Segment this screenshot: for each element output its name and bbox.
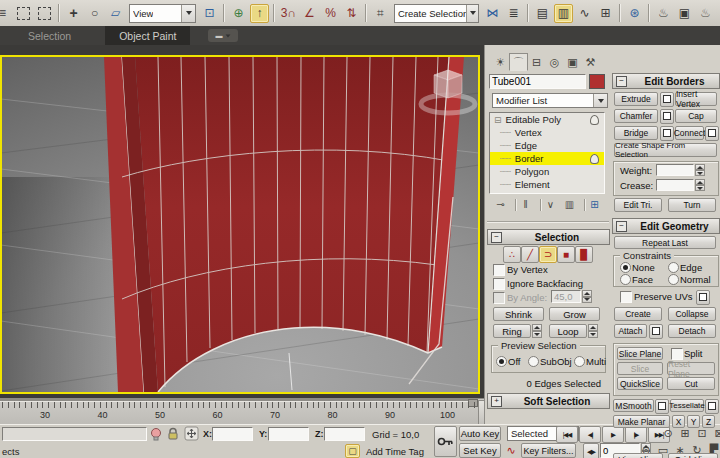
planar-x-button[interactable]: X <box>672 415 685 428</box>
lightbulb-icon[interactable] <box>150 427 162 441</box>
default-in-out-tangents-icon[interactable]: ∿ <box>504 443 518 458</box>
chamfer-settings-button[interactable] <box>660 109 674 124</box>
modifier-list-dropdown[interactable]: Modifier List <box>492 93 608 108</box>
by-vertex-checkbox[interactable] <box>493 264 505 276</box>
attach-button[interactable]: Attach <box>614 324 647 338</box>
timeline-ruler[interactable]: 30405060708090100 <box>0 398 484 425</box>
window-crossing-icon[interactable] <box>35 4 54 23</box>
msmooth-settings-button[interactable] <box>655 399 669 414</box>
zoom-all-icon[interactable]: ⊞ <box>677 426 693 441</box>
chamfer-button[interactable]: Chamfer <box>614 109 658 123</box>
material-editor-icon[interactable]: ♨ <box>654 4 673 23</box>
rendered-frame-window-icon[interactable]: ▣ <box>675 4 694 23</box>
key-filters-button[interactable]: Key Filters... <box>521 443 576 458</box>
render-production-icon[interactable]: ♨ <box>696 4 715 23</box>
preview-off-radio[interactable] <box>496 356 507 367</box>
cap-button[interactable]: Cap <box>675 109 717 123</box>
viewport[interactable] <box>0 45 484 399</box>
tessellate-button[interactable]: Tessellate <box>670 399 704 412</box>
cut-button[interactable]: Cut <box>667 377 715 390</box>
detach-button[interactable]: Detach <box>668 324 716 338</box>
absolute-offset-mode-icon[interactable] <box>184 426 199 441</box>
select-rotate-icon[interactable]: ○ <box>85 4 104 23</box>
object-color-swatch[interactable] <box>589 74 605 89</box>
preserve-uvs-checkbox[interactable] <box>620 291 632 303</box>
connect-settings-button[interactable] <box>705 126 719 141</box>
play-icon[interactable]: ▶ <box>602 426 624 443</box>
crease-field[interactable] <box>656 179 694 191</box>
named-selection-sets-dropdown[interactable]: Create Selection Se <box>394 4 479 23</box>
constraint-none-radio[interactable] <box>620 262 631 273</box>
tessellate-settings-button[interactable] <box>705 399 719 414</box>
collapse-button[interactable]: Collapse <box>668 307 716 321</box>
repeat-last-button[interactable]: Repeat Last <box>614 236 716 249</box>
edit-geometry-rollout-header[interactable]: −Edit Geometry <box>612 218 720 234</box>
x-coordinate-field[interactable] <box>212 427 253 441</box>
set-keys-button[interactable] <box>434 426 457 457</box>
msmooth-button[interactable]: MSmooth <box>613 399 654 412</box>
previous-frame-icon[interactable]: ◀| <box>579 426 601 443</box>
ring-button[interactable]: Ring <box>493 324 531 338</box>
modifier-stack[interactable]: ⊟Editable Poly┈┈Vertex┈┈Edge┈┈Border┈┈Po… <box>489 112 605 194</box>
stack-item-edge[interactable]: ┈┈Edge <box>490 139 604 152</box>
by-angle-field[interactable] <box>551 290 581 303</box>
graphite-ribbon-toggle-icon[interactable]: ▥ <box>554 4 573 23</box>
zoom-extents-icon[interactable]: ⊡ <box>694 426 710 441</box>
utilities-tab[interactable]: ⚒ <box>581 53 600 71</box>
select-manipulate-icon[interactable]: ⊕ <box>229 4 248 23</box>
constraint-edge-radio[interactable] <box>668 262 679 273</box>
angle-snap-icon[interactable]: ∠ <box>300 4 319 23</box>
constraint-normal-radio[interactable] <box>668 274 679 285</box>
adaptive-degradation-toggle[interactable]: ▢ <box>345 444 360 458</box>
zoom-extents-all-icon[interactable]: ⊠ <box>711 426 720 441</box>
modify-tab[interactable]: ⌒ <box>509 53 528 71</box>
add-time-tag[interactable]: Add Time Tag <box>366 446 424 457</box>
weight-spinner[interactable] <box>695 164 705 176</box>
make-unique-icon[interactable]: ∨ <box>543 197 558 212</box>
select-move-icon[interactable]: + <box>64 4 83 23</box>
make-planar-button[interactable]: Make Planar <box>613 415 670 428</box>
reset-plane-button[interactable]: Reset Plane <box>667 362 715 375</box>
go-to-start-icon[interactable]: |◀◀ <box>556 426 578 443</box>
stack-item-border[interactable]: ┈┈Border <box>490 152 604 165</box>
schematic-view-icon[interactable]: ⊞ <box>596 4 615 23</box>
shrink-button[interactable]: Shrink <box>493 307 544 321</box>
stack-item-polygon[interactable]: ┈┈Polygon <box>490 165 604 178</box>
loop-button[interactable]: Loop <box>549 324 587 338</box>
percent-snap-icon[interactable]: % <box>321 4 340 23</box>
remove-modifier-icon[interactable]: ▥ <box>562 197 577 212</box>
select-by-name-icon[interactable]: ≡ <box>0 4 12 23</box>
crease-spinner[interactable] <box>695 179 705 191</box>
constraint-face-radio[interactable] <box>620 274 631 285</box>
ring-spinner[interactable] <box>532 324 542 338</box>
turn-button[interactable]: Turn <box>668 198 716 212</box>
tab-selection[interactable]: Selection <box>14 26 85 45</box>
pin-stack-icon[interactable]: ⊸ <box>493 197 508 212</box>
preview-subobj-radio[interactable] <box>528 356 539 367</box>
z-coordinate-field[interactable] <box>324 427 365 441</box>
auto-key-button[interactable]: Auto Key <box>459 426 501 441</box>
rect-selection-region-icon[interactable] <box>14 4 33 23</box>
create-tab[interactable]: ☀ <box>491 53 510 71</box>
selection-lock-icon[interactable] <box>167 427 179 441</box>
weight-field[interactable] <box>656 164 694 176</box>
viewport-scene[interactable] <box>1 57 479 392</box>
soft-selection-rollout-header[interactable]: +Soft Selection <box>487 393 610 409</box>
polygon-icon[interactable]: ■ <box>557 246 575 263</box>
planar-y-button[interactable]: Y <box>687 415 700 428</box>
mirror-icon[interactable]: ⋈ <box>483 4 502 23</box>
slice-button[interactable]: Slice <box>617 362 663 375</box>
spinner-snap-icon[interactable]: ⇅ <box>342 4 361 23</box>
border-icon[interactable]: ⊃ <box>539 246 557 263</box>
by-angle-checkbox[interactable] <box>493 292 505 304</box>
element-icon[interactable]: ▉ <box>575 246 593 263</box>
reference-coordinate-dropdown[interactable]: View <box>129 4 196 23</box>
slice-plane-button[interactable]: Slice Plane <box>617 347 663 360</box>
extrude-settings-button[interactable] <box>660 92 674 107</box>
ignore-backfacing-checkbox[interactable] <box>493 278 505 290</box>
snaps-toggle-3d-icon[interactable]: 3∩ <box>279 4 298 23</box>
set-key-button[interactable]: Set Key <box>459 443 501 458</box>
motion-tab[interactable]: ◎ <box>545 53 564 71</box>
insert-vertex-button[interactable]: Insert Vertex <box>675 92 717 106</box>
align-icon[interactable]: ≣ <box>504 4 523 23</box>
